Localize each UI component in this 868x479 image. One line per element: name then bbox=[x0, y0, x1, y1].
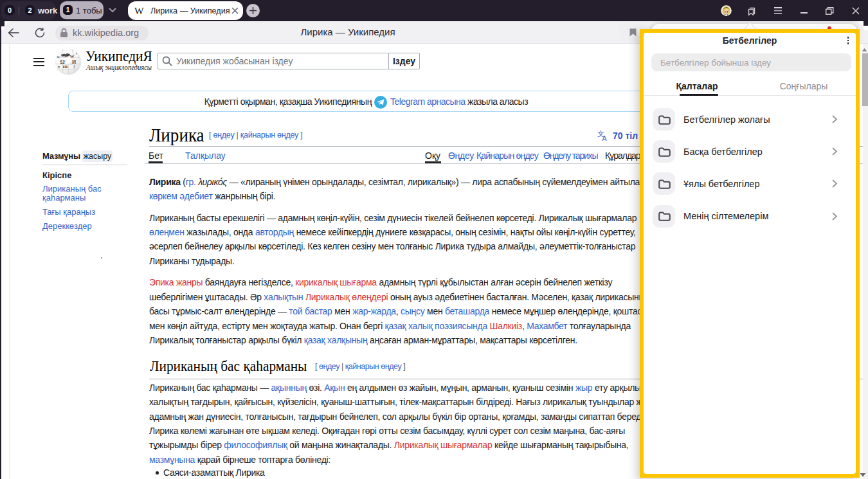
svg-text:И: И bbox=[72, 59, 77, 65]
svg-text:A: A bbox=[602, 134, 607, 142]
svg-text:Ш: Ш bbox=[63, 64, 68, 69]
svg-text:U: U bbox=[57, 55, 60, 59]
svg-text:Ω: Ω bbox=[60, 59, 65, 65]
svg-text:W: W bbox=[70, 54, 75, 59]
svg-text:7: 7 bbox=[73, 65, 75, 69]
